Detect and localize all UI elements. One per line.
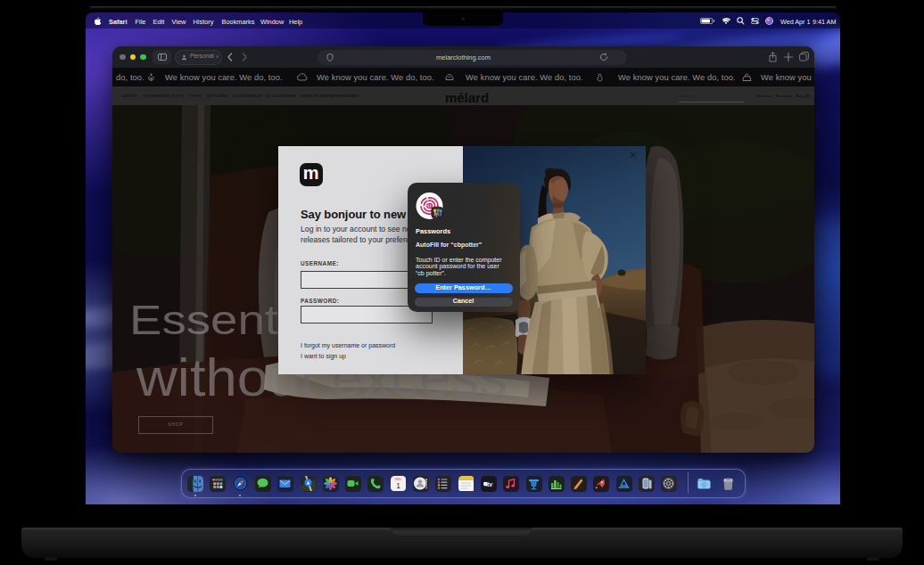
svg-text:1: 1 (396, 480, 400, 489)
svg-text:tv: tv (487, 480, 492, 487)
